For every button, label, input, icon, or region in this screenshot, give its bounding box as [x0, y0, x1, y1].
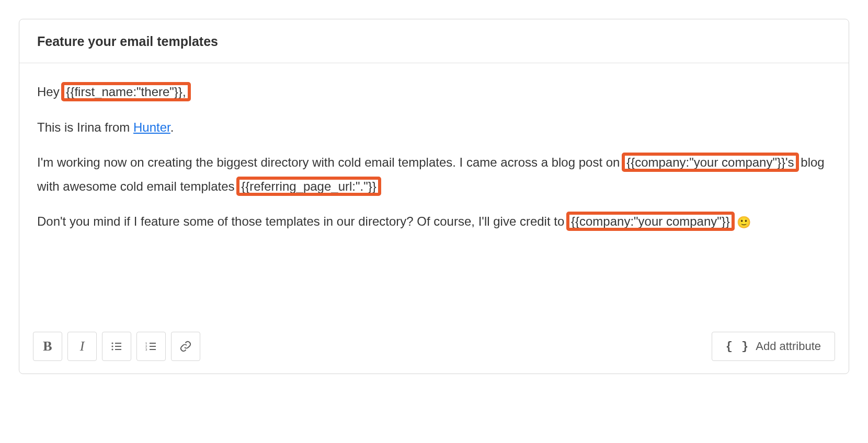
intro-suffix: . — [170, 120, 174, 134]
email-editor-card: Feature your email templates Hey {{first… — [19, 19, 849, 374]
braces-icon: { } — [726, 340, 750, 353]
svg-point-2 — [111, 348, 113, 350]
ask-line: Don't you mind if I feature some of thos… — [37, 209, 831, 234]
smile-emoji: 🙂 — [737, 216, 751, 229]
link-icon — [179, 340, 192, 353]
greeting-line: Hey {{first_name:"there"}}, — [37, 80, 831, 104]
email-body-editor[interactable]: Hey {{first_name:"there"}}, This is Irin… — [19, 63, 849, 324]
var-first-name[interactable]: {{first_name:"there"}}, — [63, 84, 189, 100]
toolbar-left-group: B I 1 2 3 — [33, 332, 200, 361]
italic-icon: I — [80, 339, 85, 354]
intro-prefix: This is Irina from — [37, 120, 133, 134]
svg-point-0 — [111, 342, 113, 344]
italic-button[interactable]: I — [67, 332, 97, 361]
numbered-list-button[interactable]: 1 2 3 — [136, 332, 166, 361]
svg-text:3: 3 — [145, 348, 147, 351]
numbered-list-icon: 1 2 3 — [145, 340, 157, 353]
email-subject-field[interactable]: Feature your email templates — [19, 19, 849, 63]
svg-point-1 — [111, 345, 113, 347]
pitch-line: I'm working now on creating the biggest … — [37, 150, 831, 198]
add-attribute-label: Add attribute — [756, 340, 821, 353]
var-company[interactable]: {{company:"your company"}}'s — [623, 154, 797, 170]
insert-link-button[interactable] — [171, 332, 200, 361]
greeting-prefix: Hey — [37, 85, 63, 99]
var-referring-page-url[interactable]: {{referring_page_url:"."}} — [238, 178, 380, 194]
ask-prefix: Don't you mind if I feature some of thos… — [37, 214, 568, 228]
hunter-link[interactable]: Hunter — [133, 120, 170, 134]
bullet-list-icon — [110, 340, 123, 353]
bullet-list-button[interactable] — [102, 332, 131, 361]
intro-line: This is Irina from Hunter. — [37, 115, 831, 139]
bold-icon: B — [43, 339, 52, 354]
bold-button[interactable]: B — [33, 332, 62, 361]
add-attribute-button[interactable]: { } Add attribute — [712, 332, 835, 361]
pitch-prefix: I'm working now on creating the biggest … — [37, 155, 623, 169]
var-company-2[interactable]: {{company:"your company"}} — [568, 213, 733, 229]
editor-toolbar: B I 1 2 3 — [19, 324, 849, 374]
